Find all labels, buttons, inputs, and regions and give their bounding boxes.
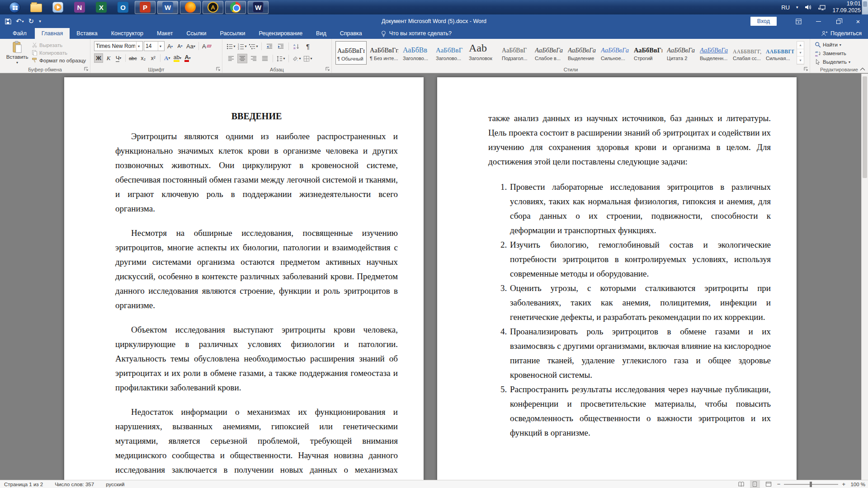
document-heading[interactable]: ВВЕДЕНИЕ xyxy=(115,111,398,122)
zoom-slider-thumb[interactable] xyxy=(810,482,812,487)
styles-dialog-launcher[interactable] xyxy=(804,67,808,71)
ribbon-display-options-button[interactable] xyxy=(788,14,808,28)
taskbar-item-word[interactable]: W xyxy=(157,1,178,14)
highlight-color-button[interactable]: ab▾ xyxy=(173,53,182,63)
customize-qat-button[interactable]: ▾ xyxy=(39,19,41,23)
styles-scroll-down-icon[interactable]: ▾ xyxy=(797,49,804,57)
volume-icon[interactable] xyxy=(804,4,811,11)
zoom-in-button[interactable]: + xyxy=(842,481,845,488)
taskbar-clock[interactable]: 19:01 17.09.2025 xyxy=(832,0,861,14)
style-card-quote2[interactable]: АаБбВвГа Цитата 2 xyxy=(665,41,697,65)
copy-button[interactable]: Копировать xyxy=(32,50,86,56)
taskbar-item-excel[interactable]: X xyxy=(90,0,112,14)
style-card-no-spacing[interactable]: АаБбВвГг, ¶ Без инте... xyxy=(368,41,400,65)
shading-button[interactable]: ▾ xyxy=(292,54,302,63)
sort-button[interactable]: АЯ xyxy=(292,42,302,51)
taskbar-item-outlook[interactable]: O xyxy=(112,0,134,14)
paragraph-dialog-launcher[interactable] xyxy=(326,67,330,71)
styles-scroll-up-icon[interactable]: ▴ xyxy=(797,42,804,49)
paragraph[interactable]: Недостаток информации о механизмах их фу… xyxy=(115,405,398,480)
grow-font-button[interactable]: А▴ xyxy=(165,42,175,51)
style-card-strong[interactable]: АаБбВвГг, Строгий xyxy=(632,41,664,65)
vertical-scrollbar[interactable] xyxy=(861,74,868,480)
tell-me-search[interactable]: Что вы хотите сделать? xyxy=(381,28,452,39)
list-item[interactable]: Провести лабораторные исследования эритр… xyxy=(509,180,771,238)
zoom-slider[interactable] xyxy=(784,484,838,485)
font-dialog-launcher[interactable] xyxy=(216,67,221,71)
zoom-out-button[interactable]: − xyxy=(777,481,781,488)
text-effects-button[interactable]: А▾ xyxy=(163,53,172,63)
font-color-button[interactable]: А▾ xyxy=(183,53,192,63)
tab-design[interactable]: Конструктор xyxy=(104,28,150,39)
align-left-button[interactable] xyxy=(226,54,236,63)
font-name-combobox[interactable]: Times New Roman ▾ xyxy=(94,41,143,51)
style-card-normal[interactable]: АаБбВвГг, ¶ Обычный xyxy=(335,41,367,65)
web-layout-button[interactable] xyxy=(764,480,774,488)
document-page-2[interactable]: также анализ данных из научных источнико… xyxy=(437,77,797,480)
tab-view[interactable]: Вид xyxy=(309,28,333,39)
save-button[interactable] xyxy=(5,18,11,25)
superscript-button[interactable]: x² xyxy=(149,53,158,63)
scrollbar-thumb[interactable] xyxy=(863,76,867,178)
font-size-combobox[interactable]: 14 ▾ xyxy=(144,41,165,51)
restore-button[interactable] xyxy=(828,14,848,28)
network-icon[interactable] xyxy=(818,4,826,11)
clipboard-dialog-launcher[interactable] xyxy=(84,67,89,71)
shrink-font-button[interactable]: А▾ xyxy=(175,42,184,51)
tab-home[interactable]: Главная xyxy=(35,28,70,39)
close-button[interactable]: × xyxy=(848,14,868,28)
subscript-button[interactable]: x₂ xyxy=(139,53,148,63)
share-button[interactable]: Поделиться xyxy=(821,28,862,39)
cut-button[interactable]: Вырезать xyxy=(32,42,86,48)
document-page-1[interactable]: ВВЕДЕНИЕ Эритроциты являются одними из н… xyxy=(64,77,424,480)
minimize-button[interactable] xyxy=(808,14,828,28)
taskbar-item-aimp[interactable]: A xyxy=(203,1,223,14)
style-card-subtle-reference[interactable]: ААББВВГГ, Слабая сс... xyxy=(731,41,763,65)
taskbar-item-onenote[interactable]: N xyxy=(69,0,90,14)
redo-button[interactable]: ↻ xyxy=(28,17,34,25)
page-indicator[interactable]: Страница 1 из 2 xyxy=(4,482,43,487)
show-desktop-button[interactable] xyxy=(862,0,868,14)
align-right-button[interactable] xyxy=(249,54,259,63)
tab-file[interactable]: Файл xyxy=(5,28,35,39)
collapse-ribbon-button[interactable] xyxy=(860,67,865,71)
tab-mailings[interactable]: Рассылки xyxy=(213,28,252,39)
sign-in-button[interactable]: Вход xyxy=(750,17,777,26)
borders-button[interactable]: ▾ xyxy=(303,54,313,63)
tab-layout[interactable]: Макет xyxy=(150,28,179,39)
styles-gallery-more-icon[interactable]: ▾ xyxy=(797,56,804,64)
justify-button[interactable] xyxy=(260,54,270,63)
show-marks-button[interactable]: ¶ xyxy=(303,42,313,51)
italic-button[interactable]: К xyxy=(104,53,113,63)
taskbar-item-media-player[interactable] xyxy=(47,0,69,14)
read-mode-button[interactable] xyxy=(736,480,746,488)
taskbar-item-firefox[interactable] xyxy=(180,1,201,14)
style-card-subtle-emphasis[interactable]: АаБбВвГа Слабое в... xyxy=(533,41,565,65)
tab-help[interactable]: Справка xyxy=(333,28,369,39)
style-card-heading2[interactable]: АаБбВвГ Заголово... xyxy=(434,41,466,65)
list-item[interactable]: Изучить биологию, гемоглобиновый состав … xyxy=(509,238,771,281)
start-button[interactable] xyxy=(4,0,25,14)
paste-button[interactable]: Вставить ▾ xyxy=(4,41,31,65)
tray-caret-icon[interactable]: ▾ xyxy=(796,5,798,9)
taskbar-item-explorer[interactable] xyxy=(25,0,47,14)
undo-button[interactable]: ↶▾ xyxy=(16,17,24,25)
paragraph[interactable]: также анализ данных из научных источнико… xyxy=(488,111,771,169)
underline-button[interactable]: Ч▾ xyxy=(114,53,123,63)
taskbar-item-powerpoint[interactable]: P xyxy=(135,1,156,14)
print-layout-button[interactable] xyxy=(750,480,760,488)
list-item[interactable]: Оценить угрозы, с которыми сталкиваются … xyxy=(509,281,771,324)
strikethrough-button[interactable]: abc xyxy=(128,53,138,63)
paragraph[interactable]: Объектом исследования выступают эритроци… xyxy=(115,323,398,395)
bold-button[interactable]: Ж xyxy=(94,53,103,63)
format-painter-button[interactable]: Формат по образцу xyxy=(32,57,86,63)
list-item[interactable]: Проанализировать роль эритроцитов в обме… xyxy=(509,324,771,382)
style-card-emphasis[interactable]: АаБбВвГа Выделение xyxy=(566,41,598,65)
style-card-intense-reference[interactable]: ААББВВГГ, Сильная... xyxy=(764,41,796,65)
numbering-button[interactable]: 123 ▾ xyxy=(237,42,247,51)
zoom-level[interactable]: 100 % xyxy=(849,482,865,487)
bullets-button[interactable]: ▾ xyxy=(226,42,236,51)
list-item[interactable]: Распространить результаты исследования ч… xyxy=(509,382,771,440)
align-center-button[interactable] xyxy=(237,54,247,63)
increase-indent-button[interactable] xyxy=(276,42,286,51)
